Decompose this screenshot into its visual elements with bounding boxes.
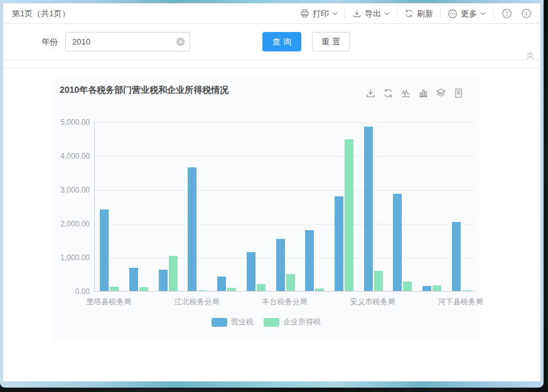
refresh-icon [404, 9, 414, 18]
bar-business-tax [100, 209, 109, 291]
bar-business-tax [422, 286, 431, 291]
restore-icon[interactable] [383, 88, 394, 98]
bar-income-tax [403, 282, 412, 291]
divider [493, 9, 493, 18]
bar-business-tax [452, 222, 461, 291]
divider [397, 9, 397, 18]
x-axis-label: 安义市税务局 [350, 297, 395, 307]
year-input[interactable] [65, 32, 190, 51]
printer-icon [300, 9, 309, 18]
bar-income-tax [139, 287, 148, 291]
gridline [95, 190, 475, 191]
top-toolbar: 打印 导出 [300, 8, 532, 19]
print-button[interactable]: 打印 [300, 8, 338, 19]
bar-income-tax [374, 271, 383, 291]
svg-text:?: ? [505, 10, 508, 17]
chevron-down-icon [332, 12, 338, 16]
app-window: 第1页（共1页） 打印 [0, 0, 544, 388]
reset-button[interactable]: 重置 [312, 32, 350, 51]
window-content: 第1页（共1页） 打印 [3, 3, 540, 381]
stack-icon[interactable] [436, 88, 446, 98]
refresh-label: 刷新 [417, 8, 433, 19]
divider [440, 9, 441, 18]
bar-income-tax [257, 284, 266, 291]
x-axis: 里塔县税务局江北税务分局丰台税务分局安义市税务局河下县税务局 [94, 297, 475, 307]
page-indicator: 第1页（共1页） [12, 8, 70, 19]
bar-business-tax [129, 268, 138, 291]
clear-input-icon[interactable] [176, 37, 185, 46]
bar-business-tax [217, 277, 226, 291]
y-axis: 5,000.004,000.003,000.002,000.001,000.00… [53, 77, 90, 341]
plot-area [94, 122, 475, 292]
query-button[interactable]: 查询 [262, 32, 301, 51]
bar-income-tax [169, 256, 178, 291]
bar-income-tax [286, 274, 295, 291]
save-image-icon[interactable] [365, 88, 376, 98]
x-axis-label: 河下县税务局 [438, 297, 483, 307]
chart-card: 2010年各税务部门营业税和企业所得税情况 [53, 77, 479, 341]
divider [345, 9, 345, 18]
bar-business-tax [247, 252, 255, 291]
gridline [95, 258, 475, 258]
export-label: 导出 [365, 8, 381, 19]
x-axis-label: 丰台税务分局 [262, 297, 308, 307]
print-label: 打印 [313, 8, 329, 19]
desktop-background [0, 388, 548, 392]
bar-business-tax [188, 167, 196, 291]
desktop-background [544, 0, 548, 388]
y-axis-tick: 2,000.00 [60, 220, 90, 228]
filter-bar: 年份 查询 重置 [3, 24, 540, 60]
help-button[interactable]: ? [502, 8, 512, 19]
bar-business-tax [364, 127, 373, 291]
year-label: 年份 [41, 36, 58, 48]
bar-income-tax [227, 288, 236, 291]
bar-income-tax [345, 139, 353, 291]
panel-divider [3, 60, 540, 68]
bar-income-tax [110, 287, 119, 291]
y-axis-tick: 1,000.00 [60, 253, 90, 262]
legend-item-income-tax[interactable]: 企业所得税 [264, 317, 321, 327]
bar-business-tax [305, 230, 314, 291]
y-axis-tick: 5,000.00 [60, 118, 90, 127]
x-axis-label: 江北税务分局 [174, 297, 219, 307]
legend-item-business-tax[interactable]: 营业税 [212, 317, 254, 327]
more-button[interactable]: 更多 [448, 8, 486, 19]
ellipsis-circle-icon [448, 9, 458, 19]
chart-toolbar [365, 88, 464, 98]
bar-business-tax [159, 270, 168, 291]
bar-business-tax [335, 196, 343, 291]
more-label: 更多 [461, 8, 477, 19]
y-axis-tick: 3,000.00 [60, 186, 90, 194]
bar-income-tax [198, 290, 207, 291]
chevron-down-icon [384, 12, 390, 16]
bar-chart-icon[interactable] [418, 88, 429, 98]
bar-income-tax [432, 285, 441, 291]
collapse-panel-button[interactable] [525, 51, 535, 60]
chevron-down-icon [480, 12, 486, 16]
gridline [95, 224, 475, 225]
refresh-button[interactable]: 刷新 [404, 8, 433, 19]
legend-swatch [264, 318, 279, 327]
bar-business-tax [393, 194, 402, 291]
download-icon [352, 9, 362, 18]
bar-business-tax [276, 239, 285, 291]
line-chart-icon[interactable] [400, 88, 411, 98]
y-axis-tick: 0.00 [75, 287, 90, 296]
legend-label: 企业所得税 [283, 317, 321, 327]
gridline [95, 122, 475, 123]
data-view-icon[interactable] [453, 88, 464, 98]
legend-swatch [212, 318, 227, 327]
top-bar: 第1页（共1页） 打印 [3, 3, 540, 24]
bar-income-tax [462, 290, 471, 291]
export-button[interactable]: 导出 [352, 8, 390, 19]
chart-legend: 营业税 企业所得税 [53, 317, 479, 327]
year-input-wrap [65, 32, 190, 51]
gridline [95, 156, 475, 157]
info-button[interactable] [521, 8, 532, 19]
x-axis-label: 里塔县税务局 [86, 297, 131, 307]
bar-income-tax [315, 289, 324, 291]
legend-label: 营业税 [231, 317, 254, 327]
y-axis-tick: 4,000.00 [60, 152, 90, 161]
